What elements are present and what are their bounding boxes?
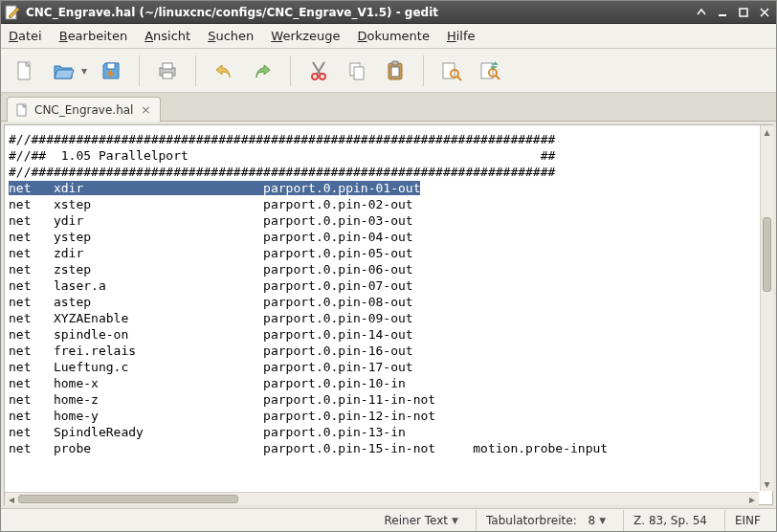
rollup-button[interactable]	[694, 6, 709, 19]
tab-width-label: Tabulatorbreite:	[486, 514, 577, 527]
scroll-h-thumb[interactable]	[18, 495, 238, 503]
toolbar-separator	[290, 55, 291, 86]
editor-line: net home-x parport.0.pin-10-in	[9, 375, 755, 391]
editor-area: #//#####################################…	[1, 122, 776, 508]
scroll-down-arrow[interactable]: ▾	[761, 477, 773, 491]
tab-close-button[interactable]: ×	[139, 103, 152, 117]
editor-line: net probe parport.0.pin-15-in-not motion…	[9, 440, 755, 456]
svg-rect-4	[107, 63, 115, 69]
file-icon	[15, 103, 29, 117]
scroll-up-arrow[interactable]: ▴	[761, 125, 773, 139]
find-button[interactable]	[435, 55, 468, 87]
menu-tools[interactable]: Werkzeuge	[271, 29, 340, 43]
menu-help[interactable]: Hilfe	[447, 29, 476, 43]
svg-rect-6	[163, 63, 172, 69]
menu-search[interactable]: Suchen	[208, 29, 254, 43]
redo-button[interactable]	[246, 55, 278, 87]
open-file-button[interactable]	[47, 55, 79, 87]
titlebar: CNC_Engrave.hal (~/linuxcnc/configs/CNC_…	[1, 1, 776, 24]
menu-view[interactable]: Ansicht	[144, 29, 190, 43]
editor-line: #//#####################################…	[9, 131, 755, 147]
svg-rect-11	[354, 67, 364, 79]
tabbar: CNC_Engrave.hal ×	[1, 93, 776, 122]
svg-rect-1	[719, 14, 726, 16]
print-button[interactable]	[151, 55, 184, 87]
minimize-button[interactable]	[715, 6, 730, 19]
new-file-button[interactable]	[9, 55, 41, 87]
editor-line: net xstep parport.0.pin-02-out	[9, 196, 755, 212]
menubar: Datei Bearbeiten Ansicht Suchen Werkzeug…	[1, 24, 776, 49]
editor-line: net XYZAEnable parport.0.pin-09-out	[9, 310, 755, 326]
vertical-scrollbar[interactable]: ▴ ▾	[760, 125, 773, 491]
editor-line: net zstep parport.0.pin-06-out	[9, 261, 755, 277]
cursor-position: Z. 83, Sp. 54	[623, 510, 717, 531]
menu-edit[interactable]: Bearbeiten	[59, 29, 127, 43]
editor-line: net ydir parport.0.pin-03-out	[9, 212, 755, 229]
tab-width-selector[interactable]: Tabulatorbreite: 8 ▼	[476, 510, 615, 531]
text-editor[interactable]: #//#####################################…	[5, 125, 759, 491]
chevron-down-icon: ▼	[452, 516, 458, 525]
svg-point-8	[312, 74, 318, 79]
paste-button[interactable]	[379, 55, 411, 87]
insert-mode[interactable]: EINF	[724, 510, 770, 531]
editor-line: #//## 1.05 Parallelport ##	[9, 147, 755, 164]
statusbar: Reiner Text ▼ Tabulatorbreite: 8 ▼ Z. 83…	[1, 508, 776, 531]
undo-button[interactable]	[208, 55, 240, 87]
svg-rect-13	[391, 67, 399, 77]
toolbar-separator	[423, 55, 424, 86]
editor-line: #//#####################################…	[9, 164, 755, 180]
scroll-v-thumb[interactable]	[763, 217, 771, 292]
scroll-left-arrow[interactable]: ◂	[5, 493, 18, 505]
menu-documents[interactable]: Dokumente	[358, 29, 430, 43]
window-title: CNC_Engrave.hal (~/linuxcnc/configs/CNC_…	[26, 6, 688, 19]
language-selector[interactable]: Reiner Text ▼	[375, 510, 468, 531]
editor-line: net laser.a parport.0.pin-07-out	[9, 277, 755, 294]
horizontal-scrollbar[interactable]: ◂ ▸	[5, 492, 759, 505]
close-button[interactable]	[757, 6, 772, 19]
editor-line: net SpindleReady parport.0.pin-13-in	[9, 424, 755, 440]
tab-label: CNC_Engrave.hal	[34, 103, 133, 117]
tab-width-value: 8	[588, 514, 596, 527]
gedit-app-icon	[5, 5, 20, 20]
editor-line: net ystep parport.0.pin-04-out	[9, 229, 755, 245]
svg-rect-2	[740, 9, 747, 16]
window-buttons	[694, 6, 772, 19]
svg-point-9	[320, 74, 325, 79]
open-recent-dropdown[interactable]: ▾	[79, 64, 89, 78]
svg-rect-7	[163, 73, 172, 78]
toolbar-separator	[139, 55, 140, 86]
language-label: Reiner Text	[385, 514, 449, 527]
editor-line: net Lueftung.c parport.0.pin-17-out	[9, 359, 755, 375]
editor-line: net spindle-on parport.0.pin-14-out	[9, 326, 755, 343]
maximize-button[interactable]	[736, 6, 751, 19]
editor-line: net xdir parport.0.ppin-01-out	[9, 180, 755, 196]
menu-file[interactable]: Datei	[9, 29, 42, 43]
save-button[interactable]	[95, 55, 127, 87]
chevron-down-icon: ▼	[599, 516, 606, 525]
cut-button[interactable]	[302, 55, 335, 87]
editor-line: net zdir parport.0.pin-05-out	[9, 245, 755, 261]
toolbar-separator	[195, 55, 196, 86]
editor-line: net frei.relais parport.0.pin-16-out	[9, 343, 755, 359]
editor-line: net home-y parport.0.pin-12-in-not	[9, 408, 755, 424]
svg-rect-14	[392, 61, 398, 65]
copy-button[interactable]	[341, 55, 373, 87]
scroll-right-arrow[interactable]: ▸	[745, 493, 759, 505]
editor-line: net home-z parport.0.pin-11-in-not	[9, 391, 755, 408]
document-tab[interactable]: CNC_Engrave.hal ×	[7, 97, 161, 122]
replace-button[interactable]	[474, 55, 506, 87]
editor-line: net astep parport.0.pin-08-out	[9, 294, 755, 310]
toolbar: ▾	[1, 49, 776, 93]
